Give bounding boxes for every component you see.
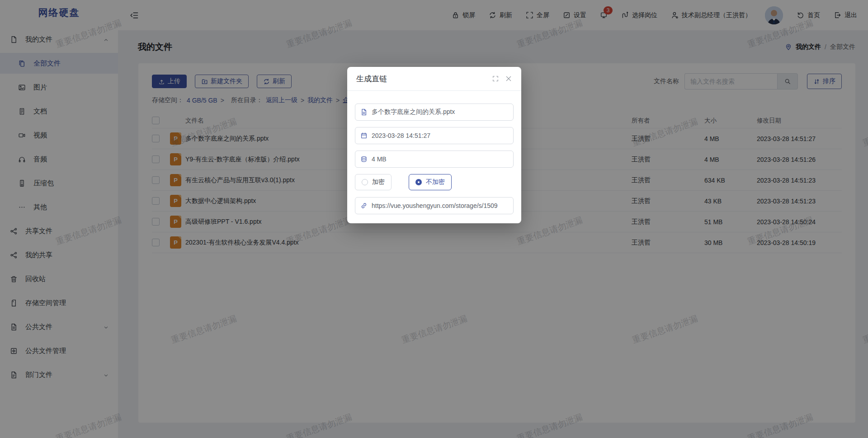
file-icon bbox=[360, 108, 368, 116]
expand-icon bbox=[492, 75, 499, 82]
radio-circle-icon bbox=[362, 179, 368, 185]
link-icon bbox=[360, 202, 368, 209]
dialog-title: 生成直链 bbox=[356, 74, 387, 84]
encrypt-radio-label: 加密 bbox=[372, 178, 385, 186]
no-encrypt-radio-label: 不加密 bbox=[426, 178, 445, 186]
encrypt-options: 加密 不加密 bbox=[355, 174, 514, 190]
calendar-icon bbox=[360, 132, 368, 139]
file-name-value: 多个数字底座之间的关系.pptx bbox=[372, 108, 455, 116]
direct-link-field[interactable]: https://vue.youshengyun.com/storage/s/15… bbox=[355, 197, 514, 214]
modified-date-value: 2023-03-28 14:51:27 bbox=[372, 132, 430, 139]
file-icon bbox=[360, 108, 368, 116]
no-encrypt-radio[interactable]: 不加密 bbox=[409, 174, 452, 190]
close-icon bbox=[505, 75, 512, 82]
calendar-icon bbox=[360, 132, 368, 139]
file-size-field[interactable]: 4 MB bbox=[355, 151, 514, 168]
file-name-field[interactable]: 多个数字底座之间的关系.pptx bbox=[355, 104, 514, 121]
modified-date-field[interactable]: 2023-03-28 14:51:27 bbox=[355, 127, 514, 144]
dialog-header: 生成直链 bbox=[347, 67, 521, 91]
close-icon[interactable] bbox=[505, 75, 512, 82]
direct-link-value: https://vue.youshengyun.com/storage/s/15… bbox=[372, 202, 498, 209]
file-size-value: 4 MB bbox=[372, 155, 387, 163]
dialog-tools bbox=[492, 75, 512, 82]
dialog-body: 多个数字底座之间的关系.pptx 2023-03-28 14:51:27 4 M… bbox=[347, 91, 521, 214]
maximize-icon[interactable] bbox=[492, 75, 499, 82]
encrypt-radio[interactable]: 加密 bbox=[355, 174, 392, 190]
database-icon bbox=[360, 155, 368, 163]
radio-circle-icon bbox=[415, 179, 422, 185]
generate-link-dialog: 生成直链 多个数字底座之间的关系.pptx 2023-03-28 14:51:2… bbox=[347, 67, 521, 223]
link-icon bbox=[360, 202, 368, 209]
database-icon bbox=[360, 155, 368, 163]
